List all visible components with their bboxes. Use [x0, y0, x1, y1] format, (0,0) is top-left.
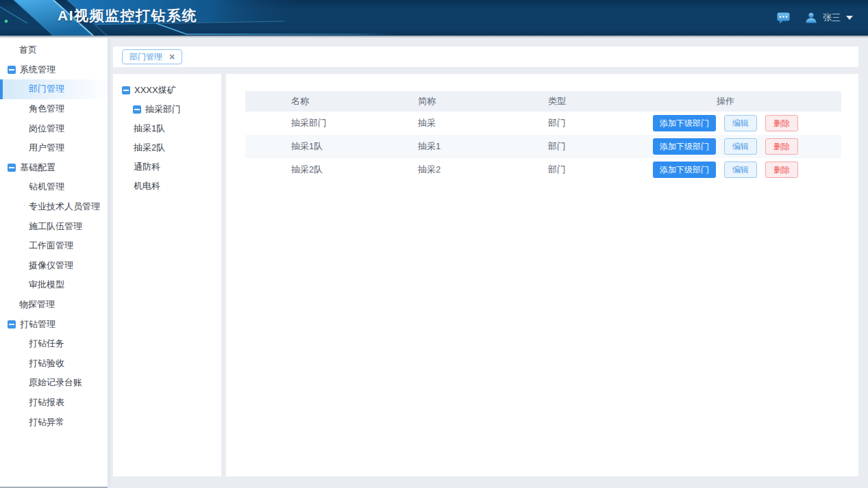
sidebar-item-label: 打钻验收 — [29, 357, 64, 370]
top-header: AI视频监控打钻系统 — [0, 0, 868, 36]
table-row: 抽采部门抽采部门添加下级部门编辑删除 — [245, 112, 841, 135]
user-area: 张三 — [777, 0, 853, 36]
cell-short-name: 抽采1 — [372, 140, 502, 153]
cell-name: 抽采1队 — [245, 140, 372, 153]
col-name: 名称 — [245, 95, 372, 107]
org-tree-panel: XXXX煤矿抽采部门抽采1队抽采2队通防科机电科 — [113, 74, 221, 476]
col-short-name: 简称 — [372, 95, 502, 107]
sidebar-item-user-mgmt[interactable]: 用户管理 — [0, 138, 108, 158]
sidebar-item-label: 摄像仪管理 — [29, 259, 73, 272]
sidebar-item-label: 打钻任务 — [29, 337, 64, 350]
sidebar-item-original-record-ledger[interactable]: 原始记录台账 — [0, 373, 108, 393]
add-sub-dept-button[interactable]: 添加下级部门 — [653, 138, 716, 155]
delete-button[interactable]: 删除 — [765, 138, 798, 155]
sidebar-menu: 首页系统管理部门管理角色管理岗位管理用户管理基础配置钻机管理专业技术人员管理施工… — [0, 40, 108, 432]
person-icon[interactable] — [805, 12, 817, 24]
tree-node-extraction-team-1[interactable]: 抽采1队 — [113, 119, 221, 138]
sidebar-item-drilling-report[interactable]: 打钻报表 — [0, 393, 108, 413]
cell-short-name: 抽采2 — [372, 164, 502, 176]
table-body: 抽采部门抽采部门添加下级部门编辑删除抽采1队抽采1部门添加下级部门编辑删除抽采2… — [245, 112, 841, 181]
cell-name: 抽采2队 — [245, 164, 372, 176]
tree-node-extraction-dept[interactable]: 抽采部门 — [113, 100, 221, 119]
sidebar-item-post-mgmt[interactable]: 岗位管理 — [0, 118, 108, 138]
tree-node-label: 抽采2队 — [134, 142, 165, 154]
tree-node-extraction-team-2[interactable]: 抽采2队 — [113, 138, 221, 157]
cell-actions: 添加下级部门编辑删除 — [610, 138, 841, 155]
header-shadow-edge — [0, 36, 868, 38]
delete-button[interactable]: 删除 — [765, 162, 798, 178]
tree-node-label: XXXX煤矿 — [134, 84, 176, 97]
tree-node-label: 通防科 — [134, 161, 160, 173]
tree-node-mechanical-electrical-section[interactable]: 机电科 — [113, 177, 221, 196]
sidebar-item-label: 原始记录台账 — [29, 376, 82, 389]
sidebar-item-label: 打钻异常 — [29, 416, 64, 428]
sidebar-item-label: 基础配置 — [20, 162, 55, 174]
status-dot — [5, 20, 8, 23]
table-row: 抽采1队抽采1部门添加下级部门编辑删除 — [245, 135, 841, 158]
cell-type: 部门 — [502, 140, 610, 153]
sidebar-item-label: 部门管理 — [29, 83, 64, 95]
sidebar-item-basic-config[interactable]: 基础配置 — [0, 158, 108, 178]
sidebar-item-tech-personnel-mgmt[interactable]: 专业技术人员管理 — [0, 197, 108, 217]
tab-label: 部门管理 — [129, 51, 162, 63]
dept-table-panel: 名称 简称 类型 操作 抽采部门抽采部门添加下级部门编辑删除抽采1队抽采1部门添… — [226, 74, 858, 476]
sidebar-item-construction-team-mgmt[interactable]: 施工队伍管理 — [0, 216, 108, 236]
sidebar-item-label: 岗位管理 — [29, 123, 64, 135]
cell-name: 抽采部门 — [245, 117, 372, 129]
app-title: AI视频监控打钻系统 — [58, 0, 197, 31]
sidebar-item-drilling-task[interactable]: 打钻任务 — [0, 334, 108, 354]
collapse-minus-icon[interactable] — [8, 66, 16, 74]
sidebar-item-home[interactable]: 首页 — [0, 40, 108, 60]
collapse-minus-icon[interactable] — [8, 164, 16, 172]
add-sub-dept-button[interactable]: 添加下级部门 — [653, 115, 716, 131]
chevron-down-icon[interactable] — [846, 16, 853, 20]
cell-short-name: 抽采 — [372, 117, 502, 129]
sidebar-item-label: 物探管理 — [19, 298, 55, 311]
dept-table: 名称 简称 类型 操作 抽采部门抽采部门添加下级部门编辑删除抽采1队抽采1部门添… — [245, 91, 841, 181]
sidebar-item-label: 用户管理 — [29, 142, 64, 154]
sidebar-item-working-face-mgmt[interactable]: 工作面管理 — [0, 236, 108, 256]
tree-node-label: 机电科 — [134, 180, 160, 192]
sidebar-item-label: 审批模型 — [29, 279, 64, 291]
sidebar-item-camera-mgmt[interactable]: 摄像仪管理 — [0, 256, 108, 276]
tree-node-coal-mine[interactable]: XXXX煤矿 — [113, 81, 221, 100]
sidebar-item-system-mgmt[interactable]: 系统管理 — [0, 60, 108, 80]
sidebar-item-drill-rig-mgmt[interactable]: 钻机管理 — [0, 177, 108, 197]
sidebar-item-geophysical-mgmt[interactable]: 物探管理 — [0, 295, 108, 315]
table-row: 抽采2队抽采2部门添加下级部门编辑删除 — [245, 158, 841, 181]
tab-bar: 部门管理 × — [113, 47, 858, 67]
app-root: AI视频监控打钻系统 — [0, 0, 868, 488]
sidebar-item-role-mgmt[interactable]: 角色管理 — [0, 99, 108, 119]
cell-actions: 添加下级部门编辑删除 — [610, 162, 841, 178]
cell-actions: 添加下级部门编辑删除 — [610, 115, 841, 131]
org-tree: XXXX煤矿抽采部门抽采1队抽采2队通防科机电科 — [113, 81, 221, 196]
sidebar-item-drilling-acceptance[interactable]: 打钻验收 — [0, 354, 108, 374]
tree-node-ventilation-section[interactable]: 通防科 — [113, 157, 221, 177]
collapse-minus-icon[interactable] — [122, 86, 130, 94]
chat-icon[interactable] — [777, 12, 790, 24]
edit-button[interactable]: 编辑 — [724, 138, 757, 155]
tab-close-icon[interactable]: × — [169, 52, 175, 62]
edit-button[interactable]: 编辑 — [724, 115, 757, 131]
tab-dept-mgmt[interactable]: 部门管理 × — [122, 49, 182, 64]
edit-button[interactable]: 编辑 — [724, 162, 757, 178]
sidebar-item-drilling-mgmt[interactable]: 打钻管理 — [0, 314, 108, 334]
col-type: 类型 — [502, 95, 610, 107]
tree-node-label: 抽采1队 — [134, 123, 165, 135]
sidebar-item-label: 工作面管理 — [29, 240, 73, 252]
sidebar-item-approval-model[interactable]: 审批模型 — [0, 275, 108, 295]
tree-node-label: 抽采部门 — [145, 103, 181, 116]
collapse-minus-icon[interactable] — [8, 320, 16, 329]
sidebar-item-drilling-anomaly[interactable]: 打钻异常 — [0, 412, 108, 432]
user-name[interactable]: 张三 — [823, 12, 841, 24]
add-sub-dept-button[interactable]: 添加下级部门 — [653, 162, 716, 178]
sidebar-item-label: 首页 — [19, 44, 37, 56]
sidebar-item-label: 施工队伍管理 — [29, 220, 82, 233]
delete-button[interactable]: 删除 — [765, 115, 798, 131]
sidebar-item-label: 打钻报表 — [29, 396, 64, 409]
sidebar: 首页系统管理部门管理角色管理岗位管理用户管理基础配置钻机管理专业技术人员管理施工… — [0, 38, 108, 487]
sidebar-item-dept-mgmt[interactable]: 部门管理 — [0, 79, 108, 99]
sidebar-item-label: 专业技术人员管理 — [29, 201, 100, 213]
cell-type: 部门 — [502, 117, 610, 129]
collapse-minus-icon[interactable] — [133, 105, 141, 114]
